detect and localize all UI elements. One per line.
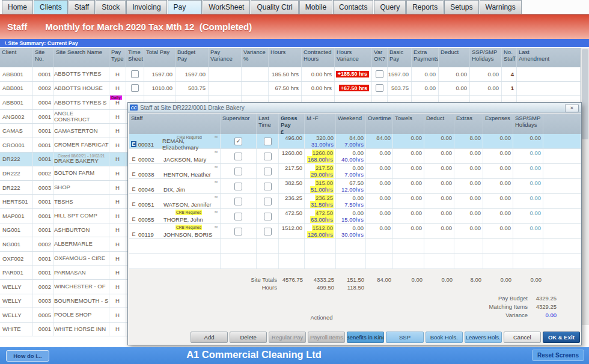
tab-query[interactable]: Query bbox=[374, 0, 406, 14]
staff-row-expenses: 0.00 bbox=[483, 194, 513, 208]
tab-staff[interactable]: Staff bbox=[69, 0, 95, 14]
last-time-checkbox[interactable] bbox=[264, 213, 272, 220]
supervisor-checkbox[interactable] bbox=[234, 198, 242, 205]
staff-row-supervisor bbox=[221, 164, 257, 178]
variance-label: Variance bbox=[376, 312, 528, 318]
pay-type-text: H bbox=[115, 99, 120, 106]
tab-reports[interactable]: Reports bbox=[406, 0, 444, 14]
last-time-checkbox[interactable] bbox=[264, 153, 272, 160]
ssp-button[interactable]: SSP bbox=[386, 332, 423, 343]
empty-cell bbox=[221, 239, 257, 253]
tab-home[interactable]: Home bbox=[2, 0, 33, 14]
totals-extras-value: 8.00 bbox=[471, 276, 482, 284]
site-row-pay-type: H bbox=[109, 195, 126, 208]
supervisor-checkbox[interactable] bbox=[234, 153, 242, 160]
employee-prefix: E bbox=[131, 186, 136, 192]
book-hols-button[interactable]: Book Hols. bbox=[426, 332, 463, 343]
close-icon[interactable]: ✕ bbox=[565, 104, 579, 112]
supervisor-checkbox[interactable]: ✓ bbox=[234, 138, 242, 145]
site-name-text: BOURNEMOUTH - S bbox=[54, 298, 108, 304]
regular-pay-button[interactable]: Regular Pay bbox=[269, 332, 306, 343]
supervisor-checkbox[interactable] bbox=[234, 168, 242, 175]
staff-row-weekend: 0.007.00hrs bbox=[336, 164, 366, 178]
var-ok-checkbox[interactable] bbox=[376, 84, 383, 92]
tab-pay[interactable]: Pay bbox=[168, 0, 203, 14]
totals-expenses-value: 0.00 bbox=[501, 276, 512, 284]
tab-worksheet[interactable]: WorkSheet bbox=[203, 0, 250, 14]
status-bar: How do I... A1 Commercial Cleaning Ltd R… bbox=[0, 347, 589, 364]
last-time-checkbox[interactable] bbox=[264, 168, 272, 175]
variance-value: 0.00 bbox=[528, 312, 557, 318]
staff-row-ssp-smp: 0.00 bbox=[513, 134, 543, 148]
staff-row[interactable]: ME00051WATSON, Jennifer236.25236.2531.50… bbox=[129, 194, 581, 209]
app-logo-icon: CC bbox=[130, 105, 138, 111]
empty-cell bbox=[221, 254, 257, 268]
tab-contacts[interactable]: Contacts bbox=[333, 0, 373, 14]
supervisor-checkbox[interactable] bbox=[234, 228, 242, 235]
tab-mobile[interactable]: Mobile bbox=[299, 0, 332, 14]
payroll-items-button[interactable]: Payroll Items bbox=[308, 332, 345, 343]
staff-row[interactable]: CRB RequiredME00055THORPE, John472.50472… bbox=[129, 209, 581, 224]
tab-setups[interactable]: Setups bbox=[444, 0, 478, 14]
last-time-checkbox[interactable] bbox=[264, 138, 272, 145]
site-summary-bar[interactable]: L Site Summary: Current Pay bbox=[0, 39, 589, 47]
staff-row[interactable]: ME00046DIX, Jim382.50315.0051.00hrs67.50… bbox=[129, 179, 581, 194]
site-row-site-no: 0001 bbox=[33, 195, 54, 208]
staff-row-gross-pay: 236.25 bbox=[279, 194, 305, 208]
var-ok-checkbox[interactable] bbox=[376, 70, 383, 78]
staff-row-weekend-hours: 12.00hrs bbox=[341, 186, 364, 193]
staff-column-header: Towels bbox=[393, 114, 424, 134]
staff-row-weekend: 0.0040.00hrs bbox=[336, 149, 366, 163]
last-time-checkbox[interactable] bbox=[264, 228, 272, 235]
site-row-site-no: 0001 bbox=[33, 209, 54, 223]
staff-table-body: CRB RequiredME00031REMAN, Elizabethmary✓… bbox=[129, 134, 581, 269]
tab-invoicing[interactable]: Invoicing bbox=[126, 0, 166, 14]
last-time-checkbox[interactable] bbox=[264, 183, 272, 190]
supervisor-checkbox[interactable] bbox=[234, 183, 242, 190]
site-row-name: ABBOTTS TYRES bbox=[54, 67, 109, 81]
time-sheet-checkbox[interactable] bbox=[131, 84, 139, 92]
time-sheet-checkbox[interactable] bbox=[131, 70, 139, 78]
staff-row-gross-pay: 1512.00 bbox=[279, 224, 305, 238]
staff-row-gross-pay-value: 236.25 bbox=[285, 195, 302, 201]
site-row[interactable]: ABB0010002ABBOTTS HOUSEH1010.00503.7567.… bbox=[0, 82, 581, 96]
site-name-text: ABBOTTS HOUSE bbox=[54, 85, 103, 91]
staff-row[interactable]: CRB RequiredME00119JOHNSON, BORIS1512.00… bbox=[129, 224, 581, 239]
staff-row-deduct-value: 0.00 bbox=[441, 225, 453, 231]
site-row-variance-pct bbox=[242, 67, 269, 81]
staff-identity: E00031REMAN, Elizabethmary bbox=[129, 141, 220, 148]
scrollbar-thumb[interactable] bbox=[582, 49, 588, 139]
staff-row[interactable]: ME00038HENTON, Heather217.50217.5029.00h… bbox=[129, 164, 581, 179]
staff-row-mf: 1260.00168.00hrs bbox=[305, 149, 336, 163]
staff-row[interactable]: CRB RequiredME00031REMAN, Elizabethmary✓… bbox=[129, 134, 581, 149]
leavers-hols-button[interactable]: Leavers Hols. bbox=[465, 332, 502, 343]
staff-column-header: Supervisor bbox=[221, 114, 257, 134]
benefits-in-kind-button[interactable]: Benefits in Kind bbox=[347, 332, 384, 343]
site-row-pay-type: H bbox=[109, 308, 126, 322]
tab-warnings[interactable]: Warnings bbox=[480, 0, 522, 14]
last-time-checkbox[interactable] bbox=[264, 198, 272, 205]
tab-clients[interactable]: Clients bbox=[34, 0, 68, 14]
site-row[interactable]: ABB0010001ABBOTTS TYRESH1597.001597.0018… bbox=[0, 67, 581, 82]
site-row-variance-pct bbox=[242, 82, 269, 96]
pay-type-text: H bbox=[115, 85, 120, 91]
empty-cell bbox=[257, 254, 279, 268]
tab-stock[interactable]: Stock bbox=[96, 0, 126, 14]
staff-row-name-cell: CRB RequiredME00119JOHNSON, BORIS bbox=[129, 224, 221, 238]
staff-row[interactable]: ME00002JACKSON, Mary1260.001260.00168.00… bbox=[129, 149, 581, 164]
reset-screens-button[interactable]: Reset Screens bbox=[532, 350, 584, 361]
vertical-scrollbar[interactable] bbox=[581, 48, 589, 325]
cancel-button[interactable]: Cancel bbox=[504, 332, 541, 343]
ok-exit-button[interactable]: OK & Exit bbox=[543, 332, 580, 343]
staff-row-extras-value: 0.00 bbox=[470, 210, 481, 216]
delete-button[interactable]: Delete bbox=[230, 332, 267, 343]
staff-row-deduct-value: 0.00 bbox=[441, 135, 453, 141]
supervisor-checkbox[interactable] bbox=[234, 213, 242, 220]
site-row-name: SHOP bbox=[54, 181, 109, 195]
staff-row-mf: 236.2531.50hrs bbox=[305, 194, 336, 208]
staff-row-weekend-value: 84.00 bbox=[349, 135, 364, 141]
add-button[interactable]: Add bbox=[191, 332, 228, 343]
tab-quality-ctrl[interactable]: Quality Ctrl bbox=[251, 0, 298, 14]
staff-row-mf-value: 320.00 bbox=[316, 135, 334, 141]
crb-required-flag: CRB Required bbox=[175, 210, 202, 215]
